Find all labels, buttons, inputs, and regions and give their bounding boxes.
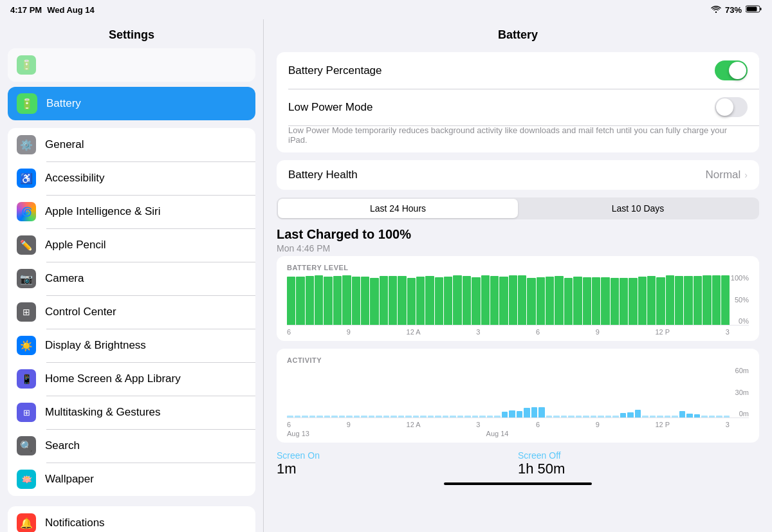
activity-bar — [553, 416, 560, 417]
status-date: Wed Aug 14 — [47, 5, 95, 15]
date-aug14: Aug 14 — [486, 430, 730, 437]
battery-bar — [537, 277, 545, 325]
sidebar-item-apple-intelligence[interactable]: 🌀 Apple Intelligence & Siri — [8, 195, 255, 228]
activity-bar — [546, 416, 553, 417]
battery-bar — [342, 275, 351, 325]
sidebar-item-multitasking[interactable]: ⊞ Multitasking & Gestures — [8, 396, 255, 429]
home-screen-icon: 📱 — [17, 369, 36, 389]
activity-bar — [598, 416, 604, 417]
activity-bar — [324, 416, 331, 417]
act-y-0: 0m — [735, 410, 749, 417]
sidebar-item-notifications[interactable]: 🔔 Notifications — [8, 506, 255, 532]
battery-level-label: BATTERY LEVEL — [287, 264, 749, 271]
activity-bar — [309, 416, 316, 417]
battery-bars-container — [287, 274, 749, 325]
activity-bar — [627, 412, 634, 417]
sidebar-item-general[interactable]: ⚙️ General — [8, 128, 255, 161]
sidebar-item-wallpaper[interactable]: 🪷 Wallpaper — [8, 463, 255, 496]
svg-rect-3 — [747, 6, 757, 11]
activity-bar — [650, 416, 656, 417]
battery-bar — [684, 276, 692, 325]
activity-bar — [612, 416, 619, 417]
battery-bars-area: 100% 50% 0% — [287, 274, 749, 326]
battery-bar — [647, 276, 656, 325]
sidebar-item-home-screen[interactable]: 📱 Home Screen & App Library — [8, 362, 255, 396]
main-content: Battery Battery Percentage Low Power Mod… — [264, 0, 772, 532]
activity-bar — [331, 416, 338, 417]
activity-bar — [538, 407, 545, 417]
activity-bar — [620, 413, 627, 417]
activity-bar — [605, 416, 612, 417]
sidebar-item-camera[interactable]: 📷 Camera — [8, 262, 255, 295]
battery-level-chart: BATTERY LEVEL 100% 50% 0% 6 9 12 A 3 6 9… — [277, 256, 759, 341]
activity-bar — [494, 416, 501, 417]
battery-settings-card: Battery Percentage Low Power Mode Low Po… — [277, 52, 759, 152]
activity-bar — [487, 416, 493, 417]
activity-bar — [724, 416, 730, 417]
activity-bar — [701, 416, 708, 417]
act-y-60: 60m — [735, 367, 749, 374]
sidebar-item-display-brightness[interactable]: ☀️ Display & Brightness — [8, 329, 255, 362]
battery-bar — [592, 277, 600, 325]
battery-bar — [407, 278, 416, 325]
sidebar-section-2: 🔔 Notifications 🔊 Sounds 🌙 Focus — [0, 506, 263, 532]
seg-last-24h[interactable]: Last 24 Hours — [278, 199, 518, 218]
activity-bar — [583, 416, 589, 417]
battery-bar — [656, 277, 665, 325]
battery-bar — [555, 276, 563, 325]
activity-bar — [694, 414, 701, 417]
screen-off-value: 1h 50m — [518, 461, 759, 477]
sidebar-title: Settings — [0, 19, 263, 48]
sidebar-item-apple-pencil[interactable]: ✏️ Apple Pencil — [8, 228, 255, 262]
activity-bar — [672, 416, 678, 417]
sidebar-section-1: ⚙️ General ♿ Accessibility 🌀 Apple Intel… — [0, 128, 263, 496]
battery-bar — [453, 275, 461, 325]
sidebar-item-accessibility[interactable]: ♿ Accessibility — [8, 161, 255, 195]
battery-bar — [380, 276, 388, 325]
activity-bar — [686, 414, 693, 417]
activity-bar — [635, 410, 641, 417]
battery-bar — [712, 275, 721, 325]
screen-on-stat: Screen On 1m — [277, 450, 518, 477]
battery-bar — [666, 275, 674, 325]
activity-bar — [464, 416, 471, 417]
activity-bars-area: 60m 30m 0m — [287, 367, 749, 418]
activity-bar — [591, 416, 597, 417]
activity-bar — [524, 408, 530, 417]
battery-percentage-toggle[interactable] — [715, 60, 748, 80]
activity-bar — [657, 416, 663, 417]
battery-bar — [527, 278, 535, 325]
screen-off-label: Screen Off — [518, 450, 759, 461]
brightness-icon: ☀️ — [17, 336, 36, 355]
sidebar-section-2-inner: 🔔 Notifications 🔊 Sounds 🌙 Focus — [8, 506, 255, 532]
time-range-selector: Last 24 Hours Last 10 Days — [277, 197, 759, 219]
act-y-30: 30m — [735, 389, 749, 396]
battery-bar — [315, 275, 323, 325]
activity-bar — [405, 416, 412, 417]
sidebar-item-battery[interactable]: 🔋 Battery — [8, 87, 255, 120]
svg-point-0 — [715, 11, 717, 12]
activity-bar — [443, 416, 449, 417]
sidebar-item-control-center[interactable]: ⊞ Control Center — [8, 295, 255, 329]
battery-x-labels: 6 9 12 A 3 6 9 12 P 3 — [287, 328, 749, 336]
activity-bar — [568, 416, 574, 417]
activity-bar — [517, 411, 523, 417]
battery-health-card[interactable]: Battery Health Normal › — [277, 160, 759, 190]
battery-bar — [675, 276, 683, 325]
multitasking-icon: ⊞ — [17, 403, 36, 422]
activity-bar — [376, 416, 382, 417]
low-power-label: Low Power Mode — [288, 101, 715, 114]
low-power-mode-row: Low Power Mode — [277, 89, 759, 125]
activity-bars-container — [287, 367, 730, 417]
battery-bar — [444, 277, 452, 325]
battery-percent: 73% — [725, 5, 742, 15]
battery-bar — [361, 277, 369, 325]
battery-health-row[interactable]: Battery Health Normal › — [277, 160, 759, 190]
activity-bar — [287, 416, 293, 417]
sidebar-item-search[interactable]: 🔍 Search — [8, 429, 255, 463]
seg-last-10d[interactable]: Last 10 Days — [518, 199, 758, 218]
low-power-toggle[interactable] — [715, 97, 748, 117]
activity-bar — [398, 416, 405, 417]
battery-bar — [518, 275, 526, 325]
activity-bar — [472, 416, 479, 417]
